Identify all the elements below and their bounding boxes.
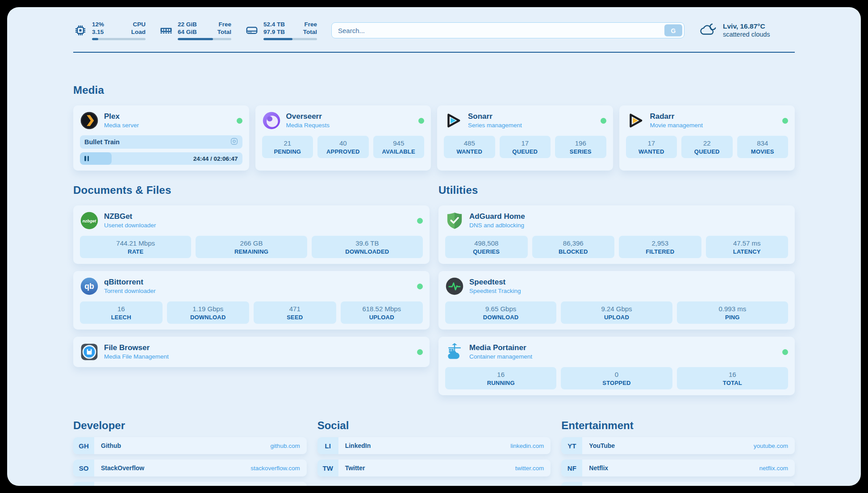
- cpu-label: CPU: [133, 21, 146, 28]
- stat-chip-download: 9.65 Gbps DOWNLOAD: [445, 301, 556, 324]
- now-playing-row: Bullet Train: [80, 135, 242, 149]
- stat-chip-downloaded: 39.6 TB DOWNLOADED: [312, 236, 423, 258]
- app-card-radarr[interactable]: Radarr Movie management 17 WANTED 22 QUE…: [619, 105, 795, 171]
- app-card-qbittorrent[interactable]: qb qBittorrent Torrent downloader 16 LEE…: [73, 271, 430, 330]
- disk-icon: [245, 23, 259, 38]
- bookmark-dev[interactable]: DT DEV dev.to: [73, 482, 307, 486]
- app-card-plex[interactable]: Plex Media server Bullet Train 24:44 / 0…: [73, 105, 249, 171]
- section-title-documents: Documents & Files: [73, 184, 430, 196]
- status-online-dot: [237, 118, 242, 124]
- search-provider-button[interactable]: G: [664, 25, 682, 37]
- cpu-percent: 12%: [92, 21, 104, 28]
- weather-widget: Lviv, 16.87°C scattered clouds: [699, 22, 795, 39]
- search-input[interactable]: [331, 22, 684, 38]
- status-online-dot: [418, 118, 424, 124]
- plex-icon: [80, 111, 99, 130]
- status-online-dot: [782, 349, 788, 355]
- app-name: File Browser: [104, 343, 169, 352]
- app-name: qBittorrent: [104, 278, 156, 287]
- bookmark-youtube[interactable]: YT YouTube youtube.com: [561, 437, 795, 454]
- stat-memory: 22 GiBFree 64 GiBTotal: [159, 21, 231, 40]
- bookmark-badge: GH: [73, 437, 94, 454]
- app-name: Sonarr: [468, 112, 522, 121]
- app-subtitle: Usenet downloader: [104, 221, 156, 229]
- total-label: Total: [303, 28, 317, 36]
- stat-chip-rate: 744.21 Mbps RATE: [80, 236, 191, 258]
- app-subtitle: Media Requests: [286, 121, 330, 129]
- stat-chip-wanted: 485 WANTED: [444, 136, 495, 158]
- app-name: Speedtest: [469, 278, 521, 287]
- stat-chip-total: 16 TOTAL: [677, 367, 788, 389]
- status-online-dot: [417, 284, 423, 289]
- memory-total: 64 GiB: [178, 28, 197, 36]
- stat-chip-leech: 16 LEECH: [80, 301, 163, 324]
- app-card-nzbget[interactable]: nzbget NZBGet Usenet downloader 744.21 M…: [73, 205, 430, 264]
- stat-chip-movies: 834 MOVIES: [737, 136, 789, 158]
- app-name: Plex: [104, 112, 139, 121]
- app-subtitle: Movie management: [650, 121, 703, 129]
- dashboard-page: 12%CPU 3.15Load 22: [7, 7, 861, 486]
- app-card-speedtest[interactable]: Speedtest Speedtest Tracking 9.65 Gbps D…: [438, 271, 795, 330]
- bookmark-netflix[interactable]: NF Netflix netflix.com: [561, 460, 795, 476]
- app-card-filebrowser[interactable]: File Browser Media File Management: [73, 337, 430, 367]
- bookmark-badge: LI: [317, 437, 338, 454]
- stat-chip-queued: 22 QUEUED: [681, 136, 733, 158]
- app-subtitle: Speedtest Tracking: [469, 287, 521, 295]
- app-card-adguard[interactable]: AdGuard Home DNS and adblocking 498,508 …: [438, 205, 795, 264]
- sonarr-icon: [444, 111, 463, 130]
- adguard-icon: [445, 211, 464, 230]
- bookmark-badge: RE: [561, 482, 582, 486]
- status-online-dot: [782, 118, 788, 124]
- stat-chip-latency: 47.57 ms LATENCY: [706, 236, 789, 258]
- app-card-portainer[interactable]: Media Portainer Container management 16 …: [438, 337, 795, 395]
- svg-text:nzbget: nzbget: [83, 218, 96, 223]
- filebrowser-icon: [80, 343, 99, 361]
- disk-progress-bar: [263, 38, 317, 40]
- app-subtitle: DNS and adblocking: [469, 221, 525, 229]
- cloud-moon-icon: [699, 22, 718, 39]
- stat-chip-wanted: 17 WANTED: [626, 136, 677, 158]
- weather-condition: scattered clouds: [723, 30, 770, 39]
- cpu-icon: [73, 23, 88, 38]
- playback-time: 24:44 / 02:06:47: [193, 155, 238, 162]
- stat-disk: 52.4 TBFree 97.9 TBTotal: [245, 21, 317, 40]
- app-card-sonarr[interactable]: Sonarr Series management 485 WANTED 17 Q…: [437, 105, 613, 171]
- bookmark-badge: TW: [317, 460, 338, 476]
- pause-icon: [84, 156, 89, 161]
- stat-chip-series: 196 SERIES: [555, 136, 606, 158]
- video-session-icon: [230, 138, 238, 146]
- app-name: Media Portainer: [469, 343, 532, 352]
- memory-progress-bar: [178, 38, 231, 40]
- bookmark-badge: NF: [561, 460, 582, 476]
- bookmark-stackoverflow[interactable]: SO StackOverflow stackoverflow.com: [73, 460, 307, 476]
- bookmark-reddit[interactable]: RE Reddit reddit.com: [561, 482, 795, 486]
- app-subtitle: Torrent downloader: [104, 287, 156, 295]
- status-online-dot: [601, 118, 606, 124]
- stat-chip-approved: 40 APPROVED: [317, 136, 369, 158]
- documents-column: Documents & Files nzbget NZBGet U: [73, 184, 430, 367]
- section-title-entertainment: Entertainment: [561, 419, 795, 432]
- cpu-load: 3.15: [92, 28, 104, 36]
- speedtest-icon: [445, 277, 464, 296]
- disk-total: 97.9 TB: [263, 28, 285, 36]
- bookmark-twitter[interactable]: TW Twitter twitter.com: [317, 460, 551, 476]
- section-title-social: Social: [317, 419, 551, 432]
- portainer-icon: [445, 343, 464, 361]
- stat-chip-download: 1.19 Gbps DOWNLOAD: [167, 301, 250, 324]
- total-label: Total: [217, 28, 231, 36]
- stat-chip-filtered: 2,953 FILTERED: [619, 236, 701, 258]
- bookmarks-entertainment: Entertainment YT YouTube youtube.com NF …: [561, 419, 795, 486]
- header-divider: [73, 52, 795, 53]
- stat-chip-available: 945 AVAILABLE: [373, 136, 425, 158]
- bookmark-linkedin[interactable]: LI LinkedIn linkedin.com: [317, 437, 551, 454]
- section-title-developer: Developer: [73, 419, 307, 432]
- app-card-overseerr[interactable]: Overseerr Media Requests 21 PENDING 40 A…: [255, 105, 431, 171]
- overseerr-icon: [262, 111, 281, 130]
- stat-chip-blocked: 86,396 BLOCKED: [532, 236, 615, 258]
- load-label: Load: [131, 28, 146, 36]
- bookmark-github[interactable]: GH Github github.com: [73, 437, 307, 454]
- qbittorrent-icon: qb: [80, 277, 99, 296]
- app-name: NZBGet: [104, 212, 156, 221]
- ram-icon: [159, 23, 173, 38]
- memory-free: 22 GiB: [178, 21, 197, 28]
